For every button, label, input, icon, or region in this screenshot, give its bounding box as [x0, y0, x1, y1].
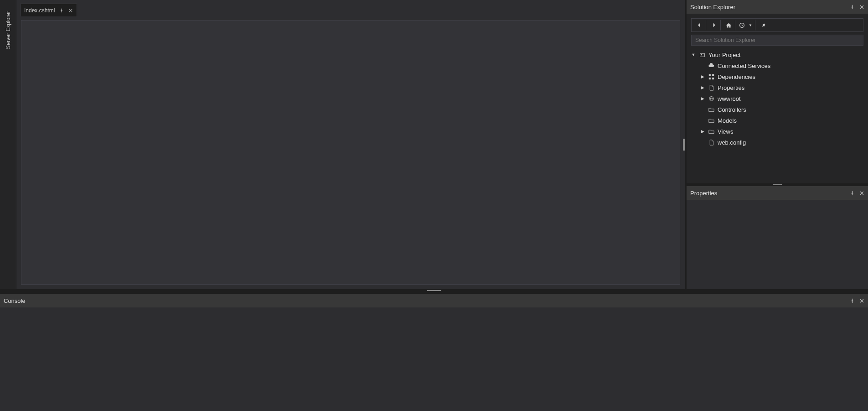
home-button[interactable] — [722, 20, 735, 31]
svg-rect-1 — [700, 53, 704, 57]
tree-label: Controllers — [718, 106, 746, 113]
console-body[interactable] — [0, 307, 868, 411]
server-explorer-tab[interactable]: Server Explorer — [4, 9, 12, 51]
tree-item[interactable]: web.config — [689, 137, 865, 148]
editor-area: Index.cshtml — [16, 0, 687, 289]
editor-body[interactable] — [21, 20, 680, 285]
console-panel: Console — [0, 292, 868, 411]
pin-icon[interactable] — [850, 191, 855, 196]
right-splitter[interactable] — [687, 183, 868, 186]
solution-tree: ▼ Your Project Connected Services▶Depend… — [687, 47, 868, 150]
tree-item[interactable]: ▶Properties — [689, 82, 865, 93]
tree-label: wwwroot — [718, 95, 741, 102]
properties-panel: Properties — [687, 186, 868, 289]
properties-title: Properties — [690, 190, 850, 197]
tree-label: Your Project — [708, 52, 740, 58]
history-button[interactable] — [736, 20, 747, 31]
console-title: Console — [4, 297, 850, 304]
tree-label: Connected Services — [718, 62, 770, 69]
tree-label: Properties — [718, 84, 744, 91]
settings-button[interactable] — [756, 20, 770, 31]
editor-tab-title: Index.cshtml — [24, 7, 55, 14]
cloud-icon — [708, 62, 715, 69]
horizontal-splitter[interactable] — [0, 289, 868, 292]
pin-icon[interactable] — [850, 5, 855, 10]
tree-item[interactable]: Models — [689, 115, 865, 126]
properties-header: Properties — [687, 186, 868, 200]
chevron-right-icon[interactable]: ▶ — [700, 96, 705, 101]
solution-explorer-title: Solution Explorer — [690, 4, 850, 10]
forward-button[interactable] — [707, 20, 721, 31]
folder-icon — [708, 106, 715, 113]
chevron-right-icon[interactable]: ▶ — [700, 85, 705, 90]
file-icon — [708, 84, 715, 91]
tree-item[interactable]: Controllers — [689, 104, 865, 115]
chevron-down-icon[interactable]: ▼ — [691, 52, 696, 57]
chevron-right-icon[interactable]: ▶ — [700, 129, 705, 134]
folder-icon — [708, 128, 715, 135]
svg-rect-6 — [712, 78, 714, 79]
pin-icon[interactable] — [850, 298, 855, 303]
tree-item[interactable]: Connected Services — [689, 60, 865, 71]
chevron-right-icon[interactable]: ▶ — [700, 74, 705, 79]
solution-explorer-toolbar: ▼ — [691, 18, 863, 32]
right-column: Solution Explorer ▼ ▼ — [687, 0, 868, 289]
tree-label: Dependencies — [718, 73, 755, 80]
project-icon — [698, 51, 706, 58]
tree-item[interactable]: ▶wwwroot — [689, 93, 865, 104]
search-input[interactable] — [691, 35, 863, 46]
editor-tab[interactable]: Index.cshtml — [20, 4, 77, 16]
close-icon[interactable] — [859, 298, 864, 303]
tree-item[interactable]: ▶Dependencies — [689, 71, 865, 82]
editor-splitter-handle[interactable] — [683, 139, 685, 151]
svg-rect-4 — [712, 74, 714, 76]
dependencies-icon — [708, 73, 715, 80]
folder-icon — [708, 117, 715, 124]
properties-body — [687, 200, 868, 289]
solution-explorer-panel: Solution Explorer ▼ ▼ — [687, 0, 868, 183]
svg-rect-3 — [708, 74, 710, 76]
tree-item[interactable]: ▶Views — [689, 126, 865, 137]
editor-tab-bar: Index.cshtml — [16, 0, 685, 16]
close-icon[interactable] — [68, 8, 73, 13]
pin-icon[interactable] — [59, 8, 64, 13]
solution-explorer-header: Solution Explorer — [687, 0, 868, 14]
left-sidebar: Server Explorer — [0, 0, 16, 289]
globe-icon — [708, 95, 715, 102]
close-icon[interactable] — [859, 5, 864, 10]
close-icon[interactable] — [859, 191, 864, 196]
svg-rect-5 — [708, 78, 710, 79]
tree-label: web.config — [718, 139, 746, 146]
back-button[interactable] — [692, 20, 706, 31]
svg-rect-2 — [701, 54, 702, 55]
tree-label: Views — [718, 128, 733, 135]
tree-label: Models — [718, 117, 737, 124]
tree-root[interactable]: ▼ Your Project — [689, 49, 865, 60]
console-header: Console — [0, 294, 868, 307]
history-dropdown[interactable]: ▼ — [748, 20, 755, 31]
file-icon — [708, 139, 715, 146]
